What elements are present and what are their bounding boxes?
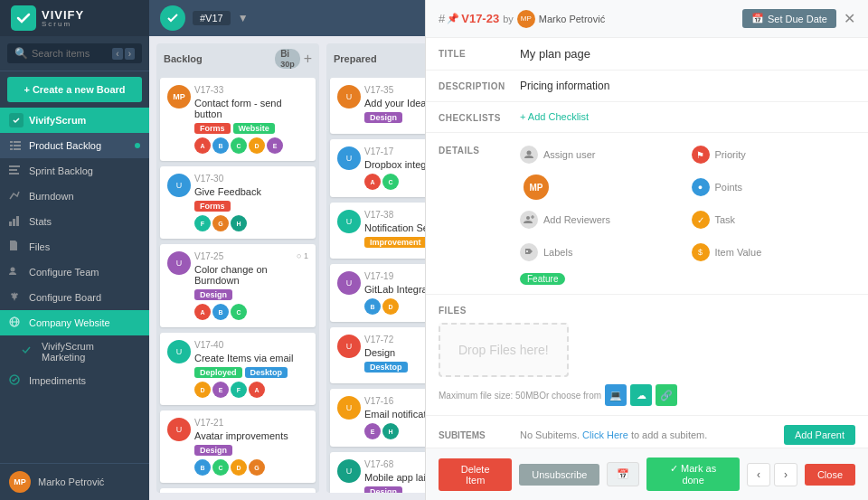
drop-zone-text: Drop Files here! xyxy=(458,343,549,357)
avatar: E xyxy=(212,382,229,398)
nav-label: Stats xyxy=(29,216,52,227)
files-header: FILES xyxy=(439,304,520,316)
workspace-icon xyxy=(9,113,24,127)
search-prev-button[interactable]: ‹ xyxy=(112,48,122,60)
user-name: Marko Petrović xyxy=(38,476,104,487)
card-v17-40[interactable]: U V17-40 Create Items via email Deployed… xyxy=(160,333,316,405)
files-label: FILES xyxy=(439,304,520,316)
search-input[interactable] xyxy=(32,48,108,59)
item-value-field[interactable]: $ Item Value xyxy=(692,240,856,265)
add-parent-button[interactable]: Add Parent xyxy=(784,425,855,445)
next-item-button[interactable]: › xyxy=(774,463,797,486)
board-columns: Backlog Bi30p + MP V17-33 Contact form - xyxy=(149,36,425,500)
workspace-item[interactable]: VivifyScrum xyxy=(0,108,149,133)
sidebar-item-product-backlog[interactable]: Product Backlog xyxy=(0,133,149,158)
card-v17-38[interactable]: U V17-38 Notification Se... Improvement xyxy=(330,203,425,259)
svg-rect-4 xyxy=(10,148,13,150)
add-subitem-link[interactable]: Click Here xyxy=(582,429,628,440)
card-avatar: U xyxy=(337,396,361,420)
card-avatar: U xyxy=(337,271,361,295)
points-field[interactable]: ● Points xyxy=(692,175,856,200)
checklists-value: + Add Checklist xyxy=(520,111,855,122)
sidebar-item-configure-team[interactable]: Configure Team xyxy=(0,259,149,285)
backlog-column: Backlog Bi30p + MP V17-33 Contact form - xyxy=(156,43,319,493)
search-next-button[interactable]: › xyxy=(125,48,135,60)
no-subitems-text: No Subitems. Click Here to add a subitem… xyxy=(520,429,784,440)
upload-computer-button[interactable]: 💻 xyxy=(605,384,627,406)
svg-point-20 xyxy=(526,250,528,252)
sidebar-search: 🔍 ‹ › xyxy=(0,36,149,71)
sidebar-item-configure-board[interactable]: Configure Board xyxy=(0,285,149,310)
card-avatar: MP xyxy=(167,85,191,108)
unsubscribe-button[interactable]: Unsubscribe xyxy=(519,464,599,486)
svg-point-12 xyxy=(11,268,15,272)
tag: Improvement xyxy=(364,237,425,248)
details-label: DETAILS xyxy=(439,142,520,156)
close-button[interactable]: Close xyxy=(805,464,855,486)
avatar: C xyxy=(382,174,399,190)
create-board-button[interactable]: + Create a new Board xyxy=(7,77,142,102)
hash-icon: # xyxy=(439,12,445,25)
add-checklist-button[interactable]: + Add Checklist xyxy=(520,111,855,122)
calendar-footer-button[interactable]: 📅 xyxy=(607,462,639,486)
nav-label: Configure Team xyxy=(29,267,99,278)
sidebar-item-stats[interactable]: Stats xyxy=(0,209,149,234)
backlog-header: Backlog Bi30p + xyxy=(156,43,319,74)
mark-done-button[interactable]: ✓ Mark as done xyxy=(646,458,740,491)
backlog-title: Backlog xyxy=(164,53,203,64)
assign-user-field[interactable]: Assign user xyxy=(520,142,684,167)
prepared-title: Prepared xyxy=(334,53,377,64)
card-v17-17[interactable]: U V17-17 Dropbox integ... A C xyxy=(330,139,425,197)
upload-cloud-button[interactable]: ☁ xyxy=(630,384,652,406)
card-id: V17-17 xyxy=(364,146,425,156)
task-field[interactable]: ✓ Task xyxy=(692,207,856,232)
backlog-count: Bi30p xyxy=(275,49,300,69)
priority-field[interactable]: ⚑ Priority xyxy=(692,142,856,167)
card-id: V17-72 xyxy=(364,335,408,344)
sidebar-item-impediments[interactable]: Impediments xyxy=(0,368,149,393)
title-value: My plan page xyxy=(520,47,855,61)
sidebar-item-sprint-backlog[interactable]: Sprint Backlog xyxy=(0,158,149,184)
avatar: G xyxy=(212,215,229,231)
reviewers-icon xyxy=(520,211,538,229)
svg-rect-1 xyxy=(14,141,21,143)
upload-link-button[interactable]: 🔗 xyxy=(656,384,677,406)
sidebar-item-company-website[interactable]: Company Website xyxy=(0,310,149,335)
add-backlog-button[interactable]: + xyxy=(304,51,312,67)
labels-field[interactable]: Labels xyxy=(520,240,684,265)
card-v17-19[interactable]: U V17-19 GitLab Integra... B D xyxy=(330,264,425,322)
svg-point-19 xyxy=(526,216,530,220)
set-due-date-button[interactable]: 📅 Set Due Date xyxy=(742,9,836,28)
calendar-icon: 📅 xyxy=(751,13,764,24)
card-v17-25[interactable]: U V17-25 ○ 1 Color change on Burndown De… xyxy=(160,244,316,327)
prepared-column: Prepared Bi34p U V17-35 Add your Idea De… xyxy=(326,43,425,493)
files-footer: Maximum file size: 50MB Or choose from 💻… xyxy=(439,384,677,406)
avatar: H xyxy=(382,423,399,439)
prev-item-button[interactable]: ‹ xyxy=(747,463,770,486)
card-v17-72[interactable]: U V17-72 Design Desktop xyxy=(330,327,425,383)
logo-text-wrap: VIVIFY Scrum xyxy=(42,8,84,28)
card-avatar: U xyxy=(167,174,191,197)
sidebar-item-marketing[interactable]: VivifyScrum Marketing xyxy=(0,335,149,368)
card-id: V17-68 xyxy=(364,459,425,469)
sidebar-item-files[interactable]: Files xyxy=(0,234,149,259)
svg-rect-9 xyxy=(9,222,12,226)
nav-label: Product Backlog xyxy=(29,140,101,151)
card-v17-62[interactable]: U V17-62 API explanation E H I xyxy=(160,488,316,493)
card-v17-35[interactable]: U V17-35 Add your Idea Design xyxy=(330,78,425,134)
sidebar-item-burndown[interactable]: Burndown xyxy=(0,184,149,209)
title-label: TITLE xyxy=(439,47,520,59)
card-v17-68[interactable]: U V17-68 Mobile app lai... Design xyxy=(330,452,425,493)
card-v17-21[interactable]: U V17-21 Avatar improvements Design B C … xyxy=(160,410,316,483)
drop-zone[interactable]: Drop Files here! xyxy=(439,323,569,377)
tag: Deployed xyxy=(194,367,242,378)
detail-close-button[interactable]: ✕ xyxy=(844,10,855,27)
check-circle-icon xyxy=(9,374,22,387)
card-v17-33[interactable]: MP V17-33 Contact form - send button For… xyxy=(160,78,316,161)
card-v17-30[interactable]: U V17-30 Give Feedback Forms F G H xyxy=(160,166,316,239)
company-label: Company Website xyxy=(29,317,110,328)
add-reviewers-field[interactable]: Add Reviewers xyxy=(520,207,684,232)
delete-item-button[interactable]: Delete Item xyxy=(439,458,512,491)
detail-header-actions: 📅 Set Due Date ✕ xyxy=(742,9,855,28)
card-v17-16[interactable]: U V17-16 Email notificat... E H xyxy=(330,389,425,447)
